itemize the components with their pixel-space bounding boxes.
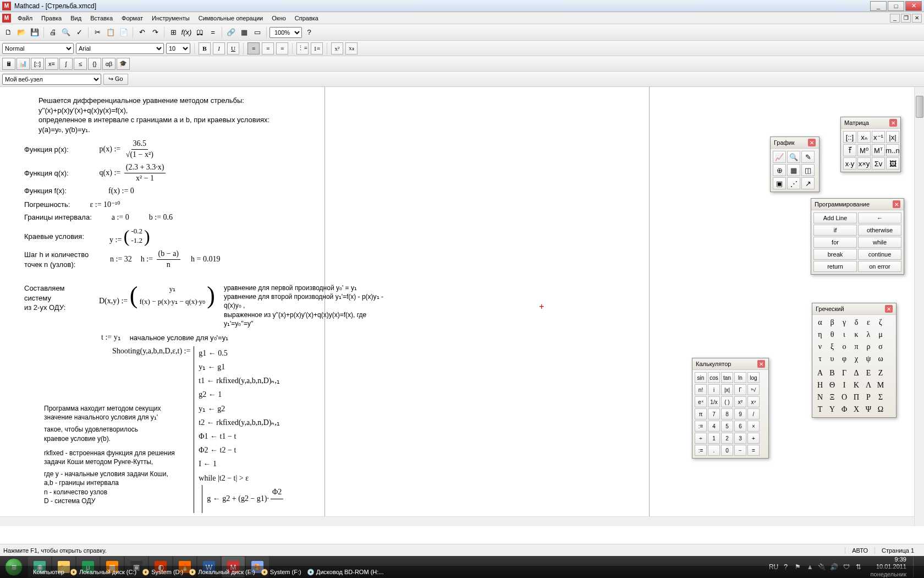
contour-plot-icon[interactable]: ◫ bbox=[801, 164, 815, 176]
calc-btn[interactable]: ( ) bbox=[721, 396, 733, 407]
calculator-palette[interactable]: Калькулятор✕ sincostanlnlogn!i|x|Γⁿ√eˣ1/… bbox=[692, 358, 769, 459]
calc-btn[interactable]: × bbox=[747, 421, 760, 432]
greek-π[interactable]: π bbox=[851, 341, 862, 352]
calc-btn[interactable]: 0 bbox=[721, 445, 733, 456]
bold-button[interactable]: B bbox=[199, 42, 211, 54]
graph-palette-close[interactable]: ✕ bbox=[808, 139, 816, 146]
calc-btn[interactable]: = bbox=[747, 445, 760, 456]
matrix-insert-icon[interactable]: [::] bbox=[843, 131, 856, 143]
menu-insert[interactable]: Вставка bbox=[86, 14, 117, 23]
matrix-palette-button[interactable]: [::] bbox=[31, 58, 44, 70]
insert-function-button[interactable]: f(x) bbox=[180, 26, 193, 39]
matrix-palette-close[interactable]: ✕ bbox=[889, 119, 897, 127]
greek-upper-Ξ[interactable]: Ξ bbox=[827, 392, 838, 403]
greek-upper-Ε[interactable]: Ε bbox=[863, 368, 874, 379]
calc-btn[interactable]: ⁿ√ bbox=[747, 384, 760, 395]
polar-plot-icon[interactable]: ⊕ bbox=[773, 164, 786, 176]
greek-upper-Μ[interactable]: Μ bbox=[875, 380, 886, 391]
greek-δ[interactable]: δ bbox=[851, 317, 862, 328]
paste-button[interactable]: 📄 bbox=[118, 26, 130, 39]
menu-view[interactable]: Вид bbox=[66, 14, 86, 23]
calc-btn[interactable]: xʸ bbox=[747, 396, 760, 407]
greek-upper-Ο[interactable]: Ο bbox=[839, 392, 850, 403]
dot-product-icon[interactable]: x·y bbox=[843, 157, 856, 170]
child-minimize-button[interactable]: _ bbox=[890, 14, 900, 23]
prog-btn-add-line[interactable]: Add Line bbox=[813, 212, 857, 223]
insert-unit-button[interactable]: 🕮 bbox=[194, 26, 206, 39]
prog-btn-while[interactable]: while bbox=[858, 237, 901, 248]
greek-upper-Τ[interactable]: Τ bbox=[815, 404, 826, 415]
greek-α[interactable]: α bbox=[815, 317, 826, 328]
greek-upper-Υ[interactable]: Υ bbox=[827, 404, 838, 415]
calc-btn[interactable]: ÷ bbox=[695, 433, 707, 444]
run-button[interactable]: ▭ bbox=[251, 26, 263, 39]
greek-palette-close[interactable]: ✕ bbox=[885, 305, 893, 313]
superscript-button[interactable]: x² bbox=[331, 42, 343, 54]
print-button[interactable]: 🖨 bbox=[47, 26, 59, 39]
calc-btn[interactable]: 8 bbox=[721, 408, 733, 419]
greek-σ[interactable]: σ bbox=[875, 341, 886, 352]
calculate-button[interactable]: = bbox=[207, 26, 219, 39]
greek-ω[interactable]: ω bbox=[875, 353, 886, 364]
greek-upper-Κ[interactable]: Κ bbox=[851, 380, 862, 391]
align-right-button[interactable]: ≡ bbox=[276, 42, 288, 54]
greek-ζ[interactable]: ζ bbox=[875, 317, 886, 328]
menu-file[interactable]: Файл bbox=[13, 14, 37, 23]
greek-upper-Γ[interactable]: Γ bbox=[839, 368, 850, 379]
quick-disk-d[interactable]: 📀 System (D:) bbox=[142, 569, 183, 576]
redo-button[interactable]: ↷ bbox=[149, 26, 161, 39]
greek-ε[interactable]: ε bbox=[863, 317, 874, 328]
quick-disk-f[interactable]: 📀 System (F:) bbox=[261, 569, 301, 576]
calc-btn[interactable]: eˣ bbox=[695, 396, 707, 407]
greek-λ[interactable]: λ bbox=[863, 329, 874, 340]
menu-format[interactable]: Формат bbox=[117, 14, 147, 23]
calc-btn[interactable]: ln bbox=[734, 372, 746, 383]
insert-component-button[interactable]: ▦ bbox=[238, 26, 250, 39]
trace-icon[interactable]: ✎ bbox=[801, 151, 815, 163]
prog-btn-return[interactable]: return bbox=[813, 261, 857, 272]
zoom-select[interactable]: 100% bbox=[270, 27, 302, 38]
prog-btn-on-error[interactable]: on error bbox=[858, 261, 901, 272]
greek-upper-Θ[interactable]: Θ bbox=[827, 380, 838, 391]
vectorize-icon[interactable]: f⃗ bbox=[843, 144, 856, 156]
greek-φ[interactable]: φ bbox=[839, 353, 850, 364]
italic-button[interactable]: I bbox=[213, 42, 225, 54]
zoom-icon[interactable]: 🔍 bbox=[787, 151, 800, 163]
greek-υ[interactable]: υ bbox=[827, 353, 838, 364]
greek-μ[interactable]: μ bbox=[875, 329, 886, 340]
greek-upper-Ν[interactable]: Ν bbox=[815, 392, 826, 403]
open-button[interactable]: 📂 bbox=[15, 26, 28, 39]
help-button[interactable]: ? bbox=[303, 26, 315, 39]
matrix-palette[interactable]: Матрица✕ [::]xₙx⁻¹|x| f⃗M⁰Mᵀm..n x·yx×yΣ… bbox=[840, 117, 901, 172]
greek-ρ[interactable]: ρ bbox=[863, 341, 874, 352]
range-icon[interactable]: m..n bbox=[886, 144, 899, 156]
greek-upper-Β[interactable]: Β bbox=[827, 368, 838, 379]
greek-η[interactable]: η bbox=[815, 329, 826, 340]
greek-ο[interactable]: ο bbox=[839, 341, 850, 352]
quick-computer[interactable]: Компьютер bbox=[33, 569, 64, 575]
go-button[interactable]: ↪ Go bbox=[103, 74, 128, 85]
prog-btn-if[interactable]: if bbox=[813, 225, 857, 236]
greek-τ[interactable]: τ bbox=[815, 353, 826, 364]
align-left-button[interactable]: ≡ bbox=[248, 42, 260, 54]
surface-plot-icon[interactable]: ▦ bbox=[787, 164, 800, 176]
graph-palette[interactable]: График✕ 📈🔍✎ ⊕▦◫ ▣⋰↗ bbox=[770, 137, 820, 192]
numbering-button[interactable]: 1≡ bbox=[311, 42, 323, 54]
cut-button[interactable]: ✂ bbox=[91, 26, 103, 39]
greek-palette-button[interactable]: αβ bbox=[102, 58, 116, 70]
calc-btn[interactable]: / bbox=[747, 408, 760, 419]
calc-btn[interactable]: x² bbox=[734, 396, 746, 407]
prog-btn-for[interactable]: for bbox=[813, 237, 857, 248]
greek-ξ[interactable]: ξ bbox=[827, 341, 838, 352]
menu-tools[interactable]: Инструменты bbox=[147, 14, 194, 23]
transpose-icon[interactable]: Mᵀ bbox=[872, 144, 885, 156]
calc-btn[interactable]: := bbox=[695, 445, 707, 456]
greek-upper-Σ[interactable]: Σ bbox=[875, 392, 886, 403]
prog-btn-break[interactable]: break bbox=[813, 249, 857, 260]
bullets-button[interactable]: ⋮≡ bbox=[296, 42, 309, 54]
boolean-palette-button[interactable]: ≤ bbox=[74, 58, 87, 70]
horizontal-scrollbar[interactable] bbox=[0, 516, 914, 526]
greek-upper-Χ[interactable]: Χ bbox=[851, 404, 862, 415]
subscript-icon[interactable]: xₙ bbox=[857, 131, 871, 143]
column-icon[interactable]: M⁰ bbox=[857, 144, 871, 156]
